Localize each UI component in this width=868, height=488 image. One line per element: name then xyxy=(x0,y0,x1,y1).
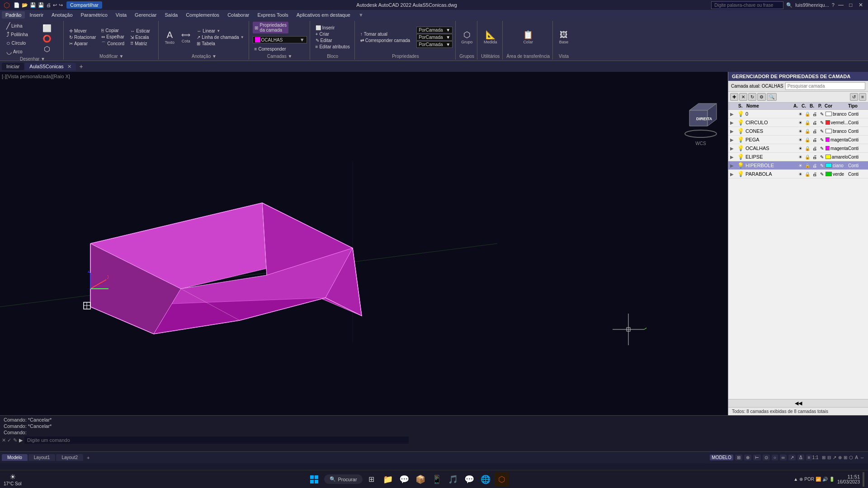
ribbon-arco-btn[interactable]: ◡Arco xyxy=(5,47,32,56)
layer-row-pega[interactable]: ▶ 💡 PEGA ☀ 🔒 🖨 ✎ magenta Conti xyxy=(728,136,868,144)
status-dyn[interactable]: Δ xyxy=(797,455,804,460)
ribbon-aparar-btn[interactable]: ✂Aparar xyxy=(67,41,98,47)
status-ducs[interactable]: ↗ xyxy=(788,455,796,460)
menu-more[interactable]: ▼ xyxy=(355,11,367,19)
taskbar-autocad[interactable]: ⬡ xyxy=(495,472,509,487)
ribbon-corresponder-btn[interactable]: ≡Corresponder xyxy=(253,46,288,52)
layer-row-ocalhas[interactable]: ▶ 💡 OCALHAS ☀ 🔒 🖨 ✎ magenta Conti xyxy=(728,144,868,153)
ribbon-corresponder-camada-btn[interactable]: ⇄Corresponder camada xyxy=(359,38,412,43)
ribbon-polilinha-btn[interactable]: ⤴Polilinha xyxy=(5,30,32,38)
share-btn[interactable]: Compartilhar xyxy=(66,1,102,9)
help-btn[interactable]: ? xyxy=(832,2,835,8)
status-icon-3[interactable]: ↗ xyxy=(833,455,836,460)
ribbon-draw-more3[interactable]: ⬡ xyxy=(33,44,61,54)
ribbon-editar-btn[interactable]: ✎Editar xyxy=(314,38,352,43)
status-grid[interactable]: ⊞ xyxy=(735,455,742,460)
taskbar-app1[interactable]: 💬 xyxy=(397,472,411,487)
status-ortho[interactable]: ⊢ xyxy=(753,455,761,460)
undo-btn[interactable]: ↩ xyxy=(53,2,57,8)
ribbon-base-btn[interactable]: 🖼 Base xyxy=(557,30,571,45)
ribbon-colar-btn[interactable]: 📋 Colar xyxy=(521,30,535,45)
cmd-input[interactable] xyxy=(24,436,409,444)
ribbon-criar-bloco-btn[interactable]: +Criar xyxy=(314,31,352,37)
taskbar-chrome[interactable]: 🌐 xyxy=(478,472,493,487)
ribbon-medida-btn[interactable]: 📐 Medida xyxy=(482,30,499,45)
layer-color-cell[interactable]: ciano xyxy=(826,163,848,168)
layer-color-cell[interactable]: magenta xyxy=(826,137,848,142)
ribbon-esticar-btn[interactable]: ↔Esticar xyxy=(128,28,156,34)
tab-layout1[interactable]: Layout1 xyxy=(28,454,56,461)
open-btn[interactable]: 📂 xyxy=(22,2,28,8)
new-tab-btn[interactable]: + xyxy=(77,62,86,71)
layer-color-cell[interactable]: amarelo xyxy=(826,155,848,160)
taskbar-app3[interactable]: 📱 xyxy=(429,472,444,487)
tab-layout2[interactable]: Layout2 xyxy=(56,454,83,461)
weather-widget[interactable]: ☀ 17°C Sol xyxy=(4,473,22,486)
new-layout-btn[interactable]: + xyxy=(84,454,92,461)
layer-color-cell[interactable]: vermel... xyxy=(826,120,848,125)
status-icon-7[interactable]: A xyxy=(855,455,858,460)
maximize-btn[interactable]: □ xyxy=(847,1,854,9)
taskview-btn[interactable]: ⊞ xyxy=(364,472,379,487)
save-btn[interactable]: 💾 xyxy=(30,2,36,8)
ribbon-escala-btn[interactable]: ⇲Escala xyxy=(128,34,156,40)
ribbon-matriz-btn[interactable]: ⠿Matriz xyxy=(128,41,156,47)
menu-inserir[interactable]: Inserir xyxy=(26,11,47,19)
layer-visibility-icon[interactable]: 💡 xyxy=(737,136,745,143)
status-icon-5[interactable]: ⊞ xyxy=(844,455,847,460)
lp-refresh-btn[interactable]: ↻ xyxy=(748,93,756,101)
ribbon-cota-btn[interactable]: ⟺ Cota xyxy=(179,31,193,44)
ribbon-espelhar-btn[interactable]: ⇔Espelhar xyxy=(99,34,127,40)
layer-visibility-icon[interactable]: 💡 xyxy=(737,145,745,151)
saveas-btn[interactable]: 💾 xyxy=(38,2,44,8)
systray-lang[interactable]: POR xyxy=(804,477,814,482)
menu-gerenciar[interactable]: Gerenciar xyxy=(131,11,160,19)
menu-express[interactable]: Express Tools xyxy=(254,11,292,19)
layer-search-input[interactable] xyxy=(785,82,865,90)
menu-saida[interactable]: Saída xyxy=(161,11,181,19)
status-lw[interactable]: ≡ xyxy=(806,455,812,460)
taskbar-app2[interactable]: 📦 xyxy=(413,472,428,487)
taskbar-app5[interactable]: 💬 xyxy=(462,472,476,487)
layer-visibility-icon[interactable]: 💡 xyxy=(737,162,745,169)
layer-row-parabola[interactable]: ▶ 💡 PARABOLA ☀ 🔒 🖨 ✎ verde Conti xyxy=(728,170,868,178)
layer-row-0[interactable]: ▶ 💡 0 ☀ 🔒 🖨 ✎ branco Conti xyxy=(728,110,868,118)
ribbon-editar-atrib-btn[interactable]: ≡Editar atributos xyxy=(314,44,352,50)
menu-complementos[interactable]: Complementos xyxy=(182,11,223,19)
status-otrack[interactable]: ∞ xyxy=(780,455,787,460)
status-icon-6[interactable]: ⬡ xyxy=(849,455,853,460)
search-taskbar-btn[interactable]: 🔍 Procurar xyxy=(324,474,362,484)
ribbon-linear-btn[interactable]: ↔Linear▼ xyxy=(195,28,245,34)
ribbon-concord-btn[interactable]: ⌒Concord xyxy=(99,40,127,47)
ribbon-rotacionar-btn[interactable]: ↻Rotacionar xyxy=(67,34,98,40)
lp-refresh2-btn[interactable]: ↺ xyxy=(850,93,858,101)
ribbon-grupo-btn[interactable]: ⬡ Grupo xyxy=(459,30,474,45)
lp-filter-btn[interactable]: 🔍 xyxy=(767,93,777,101)
lp-new-btn[interactable]: ✚ xyxy=(730,93,738,101)
ribbon-circulo-btn[interactable]: ○Círculo xyxy=(5,39,32,47)
systray-up[interactable]: ▲ xyxy=(793,477,798,482)
layer-row-elipse[interactable]: ▶ 💡 ELIPSE ☀ 🔒 🖨 ✎ amarelo Conti xyxy=(728,153,868,161)
status-icon-8[interactable]: ↔ xyxy=(860,455,864,460)
layer-row-hiperbole[interactable]: ▶ 💡 HIPERBOLE ☀ 🔒 🖨 ✎ ciano Conti xyxy=(728,161,868,170)
col-name-header[interactable]: Nome xyxy=(746,103,791,108)
nav-cube[interactable]: DIREITA WCS xyxy=(683,97,719,142)
status-osnap[interactable]: ○ xyxy=(772,455,778,460)
menu-anotacao[interactable]: Anotação xyxy=(48,11,76,19)
ribbon-chamada-btn[interactable]: ↗Linha de chamada▼ xyxy=(195,34,245,40)
ribbon-draw-more[interactable]: ⬜ xyxy=(33,23,61,33)
status-icon-1[interactable]: ⊞ xyxy=(822,455,826,460)
menu-destaques[interactable]: Aplicativos em destaque xyxy=(293,11,354,19)
annotation-expand[interactable]: ▼ xyxy=(212,54,217,59)
tab-aulas5[interactable]: AulaS5Conicas ✕ xyxy=(25,63,75,70)
status-modelo[interactable]: MODELO xyxy=(710,455,733,460)
close-btn[interactable]: ✕ xyxy=(857,1,864,9)
new-btn[interactable]: 📄 xyxy=(14,2,20,8)
layer-row-circulo[interactable]: ▶ 💡 CIRCULO ☀ 🔒 🖨 ✎ vermel... Conti xyxy=(728,118,868,127)
viewport[interactable]: [-][Vista personalizada][Raio X] xyxy=(0,72,728,415)
search-input[interactable] xyxy=(711,1,783,9)
layer-color-cell[interactable]: verde xyxy=(826,172,848,177)
menu-padrao[interactable]: Padrão xyxy=(2,11,25,19)
tab-iniciar[interactable]: Iniciar xyxy=(2,63,24,70)
tab-modelo[interactable]: Modelo xyxy=(2,454,28,461)
